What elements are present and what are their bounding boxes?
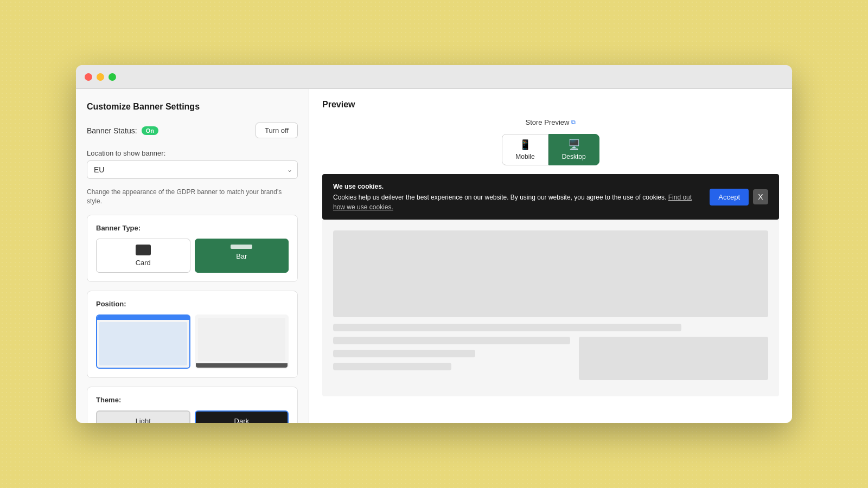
pos-content-bottom-area xyxy=(198,318,286,361)
position-label: Position: xyxy=(96,300,289,308)
desktop-device-button[interactable]: 🖥️ Desktop xyxy=(548,134,599,165)
cookie-text: We use cookies. Cookies help us deilever… xyxy=(333,182,701,212)
close-traffic-light[interactable] xyxy=(85,73,92,81)
theme-light-label: Light xyxy=(136,417,151,423)
panel-title: Customize Banner Settings xyxy=(87,102,298,112)
location-label: Location to show banner: xyxy=(87,149,298,157)
status-label: Banner Status: On xyxy=(87,126,158,135)
content-area: Customize Banner Settings Banner Status:… xyxy=(76,89,792,423)
bar-label: Bar xyxy=(236,252,247,260)
main-window: Customize Banner Settings Banner Status:… xyxy=(76,65,792,423)
minimize-traffic-light[interactable] xyxy=(97,73,104,81)
skeleton-col-left xyxy=(333,337,570,380)
pos-content-area xyxy=(99,322,187,365)
position-row xyxy=(96,314,289,369)
left-panel: Customize Banner Settings Banner Status:… xyxy=(76,89,309,423)
theme-dark-button[interactable]: Dark xyxy=(195,410,289,423)
cookie-banner: We use cookies. Cookies help us deilever… xyxy=(322,174,779,220)
position-bottom-button[interactable] xyxy=(195,314,289,369)
accept-button[interactable]: Accept xyxy=(710,189,749,206)
store-preview-row: Store Preview ⧉ xyxy=(322,118,779,126)
card-icon xyxy=(136,245,151,255)
helper-text: Change the appearance of the GDPR banner… xyxy=(87,188,298,206)
pos-bottom-bar xyxy=(196,363,288,368)
skeleton-line-4 xyxy=(333,363,451,370)
skeleton-line-1 xyxy=(333,324,681,331)
skeleton-area xyxy=(322,220,779,396)
theme-row: Light Dark xyxy=(96,410,289,423)
type-bar-button[interactable]: Bar xyxy=(195,239,289,273)
bar-icon xyxy=(231,245,252,249)
skeleton-line-3 xyxy=(333,350,475,357)
banner-status-row: Banner Status: On Turn off xyxy=(87,123,298,138)
status-badge: On xyxy=(142,126,158,135)
titlebar xyxy=(76,65,792,89)
skeleton-col-right xyxy=(579,337,768,380)
turn-off-button[interactable]: Turn off xyxy=(256,123,298,138)
banner-type-label: Banner Type: xyxy=(96,224,289,232)
close-cookie-button[interactable]: X xyxy=(753,189,768,204)
type-card-button[interactable]: Card xyxy=(96,239,190,273)
theme-label: Theme: xyxy=(96,396,289,404)
cookie-body: Cookies help us deilever the best experi… xyxy=(333,194,666,201)
banner-type-row: Card Bar xyxy=(96,239,289,273)
mobile-icon: 📱 xyxy=(519,139,531,151)
banner-type-section: Banner Type: Card Bar xyxy=(87,215,298,282)
position-top-button[interactable] xyxy=(96,314,190,369)
traffic-lights xyxy=(85,73,116,81)
theme-dark-label: Dark xyxy=(234,417,249,423)
skeleton-main-block xyxy=(333,230,768,317)
mobile-label: Mobile xyxy=(515,153,534,160)
pos-top-bar xyxy=(97,316,189,320)
cookie-heading: We use cookies. xyxy=(333,182,701,191)
position-section: Position: xyxy=(87,291,298,378)
cookie-actions: Accept X xyxy=(710,189,768,206)
theme-section: Theme: Light Dark xyxy=(87,387,298,423)
theme-light-button[interactable]: Light xyxy=(96,410,190,423)
card-label: Card xyxy=(136,259,151,267)
status-text: Banner Status: xyxy=(87,126,137,135)
location-select-wrapper: EU US Global UK ⌄ xyxy=(87,160,298,179)
location-select[interactable]: EU US Global UK xyxy=(87,160,298,179)
preview-title: Preview xyxy=(322,100,779,110)
skeleton-row-1 xyxy=(333,337,768,380)
desktop-label: Desktop xyxy=(562,153,586,160)
mobile-device-button[interactable]: 📱 Mobile xyxy=(502,134,548,165)
store-preview-link[interactable]: Store Preview ⧉ xyxy=(526,118,576,126)
right-panel: Preview Store Preview ⧉ 📱 Mobile 🖥️ Desk… xyxy=(309,89,792,423)
device-toggle: 📱 Mobile 🖥️ Desktop xyxy=(322,134,779,165)
skeleton-line-2 xyxy=(333,337,570,344)
maximize-traffic-light[interactable] xyxy=(108,73,116,81)
store-preview-text: Store Preview xyxy=(526,118,570,126)
external-link-icon: ⧉ xyxy=(571,119,576,126)
skeleton-right-block xyxy=(579,337,768,380)
desktop-icon: 🖥️ xyxy=(568,139,580,151)
